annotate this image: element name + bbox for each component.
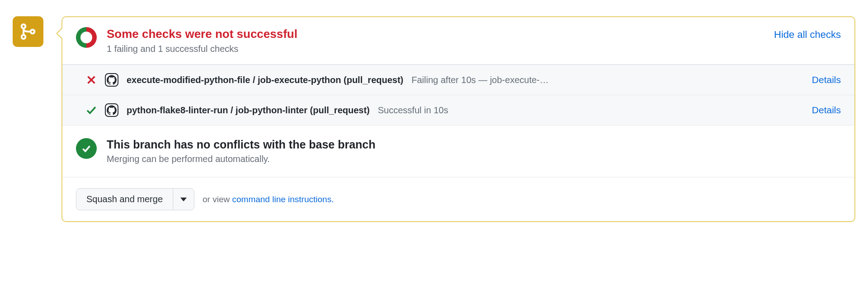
check-icon (86, 105, 97, 116)
check-label: execute-modified-python-file / job-execu… (127, 75, 403, 85)
svg-point-2 (31, 30, 35, 34)
squash-and-merge-button[interactable]: Squash and merge (76, 189, 173, 210)
check-meta: Successful in 10s (378, 105, 804, 116)
conflicts-title: This branch has no conflicts with the ba… (107, 138, 376, 151)
merge-status-badge (13, 16, 43, 47)
git-merge-icon (19, 23, 37, 41)
conflicts-status-row: This branch has no conflicts with the ba… (62, 125, 854, 177)
check-details-link[interactable]: Details (812, 105, 841, 116)
merge-alt-text: or view command line instructions. (203, 195, 334, 204)
checks-status-headline: Some checks were not successful (107, 27, 297, 41)
conflicts-status-text: This branch has no conflicts with the ba… (107, 138, 376, 164)
command-line-instructions-link[interactable]: command line instructions. (232, 195, 334, 204)
checks-status-text: Some checks were not successful 1 failin… (107, 27, 297, 54)
conflicts-subtitle: Merging can be performed automatically. (107, 154, 376, 164)
x-icon (86, 74, 97, 85)
svg-point-0 (22, 24, 26, 28)
check-details-link[interactable]: Details (812, 74, 841, 85)
hide-all-checks-link[interactable]: Hide all checks (774, 27, 841, 41)
checks-status-header: Some checks were not successful 1 failin… (62, 17, 854, 65)
checks-status-summary: 1 failing and 1 successful checks (107, 44, 297, 54)
merge-options-dropdown-button[interactable] (173, 189, 194, 210)
caret-down-icon (180, 196, 187, 203)
check-row[interactable]: execute-modified-python-file / job-execu… (62, 65, 854, 95)
merge-actions-row: Squash and merge or view command line in… (62, 177, 854, 221)
success-circle-icon (76, 138, 97, 159)
check-row[interactable]: python-flake8-linter-run / job-python-li… (62, 95, 854, 125)
github-avatar-icon (105, 73, 118, 87)
merge-button-group: Squash and merge (76, 188, 194, 210)
github-avatar-icon (105, 103, 118, 117)
merge-status-panel: Some checks were not successful 1 failin… (61, 16, 855, 222)
check-label: python-flake8-linter-run / job-python-li… (127, 105, 370, 116)
checks-donut-icon (76, 27, 97, 48)
svg-point-1 (22, 35, 26, 39)
or-view-label: or view (203, 195, 232, 204)
check-meta: Failing after 10s — job-execute-… (411, 75, 804, 85)
